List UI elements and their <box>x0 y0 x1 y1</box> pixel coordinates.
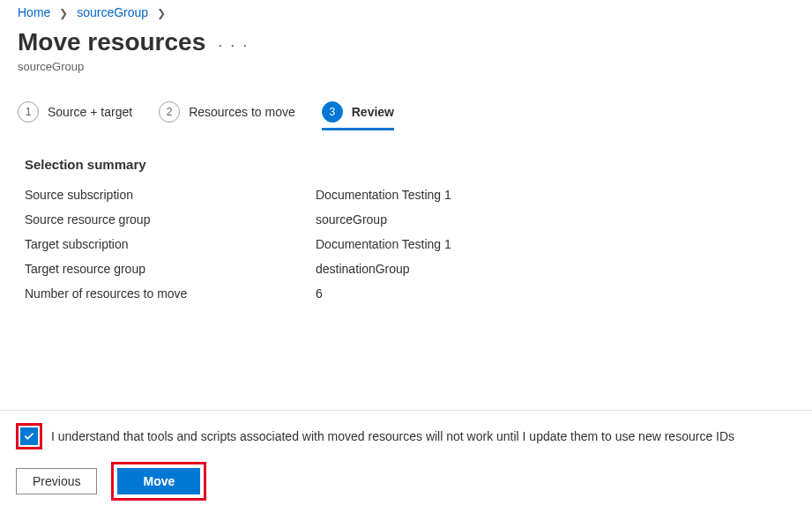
summary-value: destinationGroup <box>316 262 787 276</box>
step-number: 3 <box>322 101 343 123</box>
summary-value: Documentation Testing 1 <box>316 188 787 202</box>
step-review[interactable]: 3 Review <box>322 101 394 130</box>
summary-label: Number of resources to move <box>25 286 316 301</box>
summary-value: Documentation Testing 1 <box>316 237 787 251</box>
step-label: Review <box>352 105 394 119</box>
previous-button[interactable]: Previous <box>16 468 97 494</box>
chevron-right-icon: ❯ <box>157 7 166 19</box>
summary-label: Target resource group <box>25 262 316 276</box>
move-button[interactable]: Move <box>117 468 200 494</box>
summary-label: Source subscription <box>25 188 316 202</box>
highlight-box: Move <box>111 462 206 501</box>
step-number: 1 <box>18 101 39 123</box>
summary-label: Source resource group <box>25 212 316 227</box>
page-title: Move resources <box>18 28 205 56</box>
highlight-box <box>16 423 42 449</box>
summary-label: Target subscription <box>25 237 316 251</box>
button-row: Previous Move <box>16 462 796 501</box>
breadcrumb-link-sourcegroup[interactable]: sourceGroup <box>77 5 148 19</box>
page-header: Move resources · · · sourceGroup <box>0 19 812 77</box>
page-subtitle: sourceGroup <box>18 60 794 73</box>
summary-value: sourceGroup <box>316 212 787 227</box>
acknowledgement-row: I understand that tools and scripts asso… <box>16 423 796 449</box>
breadcrumb-link-home[interactable]: Home <box>18 5 50 19</box>
acknowledge-text: I understand that tools and scripts asso… <box>51 429 734 443</box>
step-number: 2 <box>159 101 180 123</box>
step-resources-to-move[interactable]: 2 Resources to move <box>159 101 295 130</box>
summary-title: Selection summary <box>25 157 787 172</box>
selection-summary: Selection summary Source subscription Do… <box>0 148 812 309</box>
stepper: 1 Source + target 2 Resources to move 3 … <box>0 77 812 148</box>
more-icon[interactable]: · · · <box>218 36 249 55</box>
check-icon <box>23 430 35 442</box>
acknowledge-checkbox[interactable] <box>20 427 38 445</box>
footer: I understand that tools and scripts asso… <box>0 410 812 520</box>
breadcrumb: Home ❯ sourceGroup ❯ <box>0 0 812 19</box>
summary-value: 6 <box>316 286 787 301</box>
step-label: Resources to move <box>189 105 295 119</box>
chevron-right-icon: ❯ <box>59 7 68 19</box>
summary-table: Source subscription Documentation Testin… <box>25 188 787 301</box>
step-source-target[interactable]: 1 Source + target <box>18 101 132 130</box>
step-label: Source + target <box>48 105 132 119</box>
